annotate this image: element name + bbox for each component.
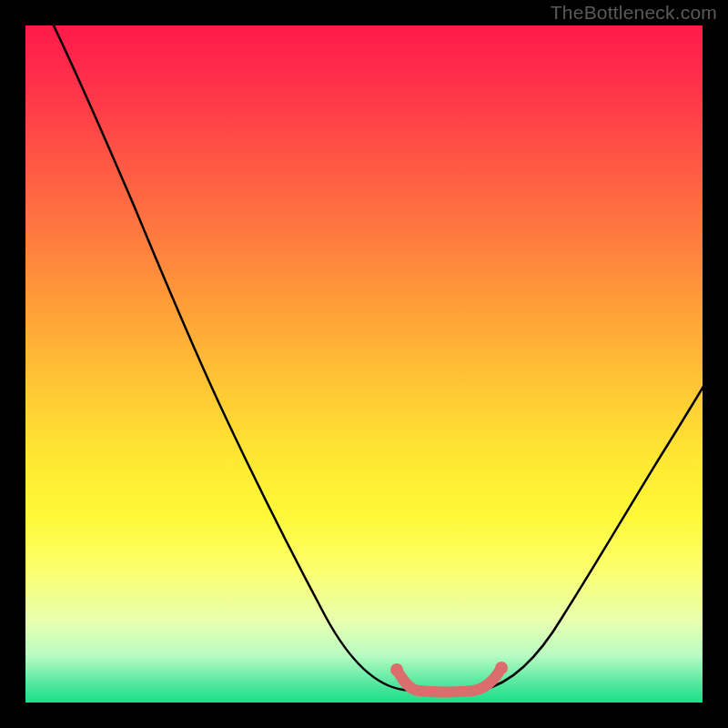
marker-endpoint: [390, 663, 403, 676]
watermark-text: TheBottleneck.com: [551, 2, 717, 24]
optimal-range-marker: [397, 668, 501, 693]
chart-container: TheBottleneck.com: [0, 0, 728, 728]
bottleneck-curve-svg: [25, 25, 703, 703]
marker-endpoint: [495, 662, 508, 674]
bottleneck-curve: [51, 25, 703, 693]
gradient-plot-area: [25, 25, 703, 703]
